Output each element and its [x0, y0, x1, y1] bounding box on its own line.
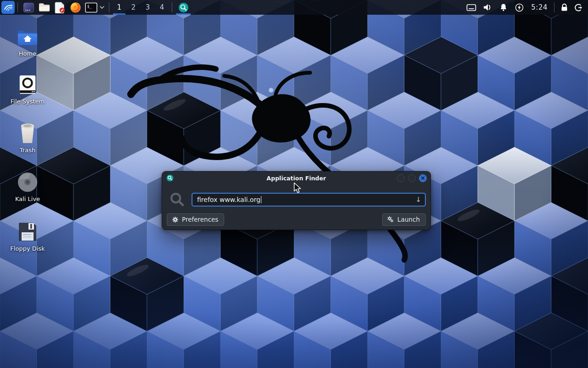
volume-tray-button[interactable]: [479, 0, 495, 15]
workspace-4-label: 4: [160, 3, 164, 12]
mouse-cursor: [294, 182, 302, 194]
application-finder-icon: [166, 174, 174, 182]
desktop-icon-kali-live[interactable]: Kali Live: [6, 171, 50, 202]
workspace-1[interactable]: 1: [112, 0, 126, 15]
trash-icon: [18, 123, 37, 144]
panel-separator: [109, 2, 109, 12]
workspace-2[interactable]: 2: [126, 0, 141, 15]
power-icon: [515, 3, 524, 12]
panel-separator: [17, 2, 18, 12]
desktop-icon-label: Home: [6, 50, 50, 57]
search-input-value: firefox www.kali.org: [197, 196, 260, 203]
hard-drive-icon: [18, 75, 37, 95]
dropdown-arrow-icon[interactable]: ↓: [415, 196, 421, 204]
launch-label: Launch: [397, 216, 420, 223]
workspace-2-label: 2: [131, 3, 136, 12]
desktop-icon-label: Kali Live: [6, 196, 50, 202]
launcher-file-manager[interactable]: [37, 0, 51, 15]
text-caret: [261, 196, 262, 203]
minimize-button[interactable]: [397, 174, 405, 182]
launcher-terminal[interactable]: $_: [84, 0, 98, 15]
workspace-4[interactable]: 4: [155, 0, 169, 15]
logout-button[interactable]: [571, 0, 586, 15]
window-title: Application Finder: [162, 175, 430, 182]
launcher-app-window[interactable]: [22, 0, 35, 15]
desktop-icon-label: Floppy Disk: [6, 245, 50, 252]
firefox-icon: [70, 2, 81, 13]
maximize-button[interactable]: [408, 174, 416, 182]
run-icon: [387, 216, 394, 223]
workspace-3[interactable]: 3: [141, 0, 155, 15]
workspace-1-label: 1: [117, 3, 122, 12]
panel-separator: [554, 2, 554, 12]
launcher-firefox[interactable]: [68, 0, 82, 15]
launch-button[interactable]: Launch: [382, 213, 426, 226]
launcher-text-editor[interactable]: [53, 0, 67, 15]
panel-separator: [172, 2, 172, 12]
lock-icon: [560, 3, 568, 12]
text-editor-icon: [55, 2, 65, 13]
desktop-icon-label: File System: [6, 98, 50, 105]
lock-button[interactable]: [557, 0, 571, 15]
taskbar-application-finder-button[interactable]: [175, 0, 192, 15]
desktop-icon-trash[interactable]: Trash: [6, 122, 50, 154]
launcher-dropdown-button[interactable]: [99, 0, 105, 15]
desktop-icon-label: Trash: [6, 147, 50, 154]
bell-icon: [499, 3, 508, 12]
search-icon: [170, 192, 185, 207]
window-app-icon: [23, 2, 34, 13]
disc-icon: [17, 171, 39, 193]
chevron-down-icon: [100, 6, 104, 9]
desktop-icon-floppy-disk[interactable]: Floppy Disk: [6, 221, 50, 252]
application-finder-icon: [178, 2, 189, 13]
notifications-tray-button[interactable]: [495, 0, 511, 15]
application-finder-window: Application Finder × firefox www.kali.or…: [162, 171, 431, 230]
preferences-button[interactable]: Preferences: [167, 213, 224, 226]
desktop-icon-home[interactable]: Home: [6, 26, 50, 57]
search-input[interactable]: firefox www.kali.org ↓: [192, 193, 426, 207]
workspace-3-label: 3: [146, 3, 150, 12]
close-icon: ×: [420, 175, 425, 181]
keyboard-tray-button[interactable]: [463, 0, 479, 15]
top-panel: $_ 1 2 3 4: [0, 0, 588, 15]
svg-text:$_: $_: [87, 4, 91, 8]
clock[interactable]: 5:24: [531, 3, 548, 12]
file-manager-icon: [39, 2, 50, 12]
logout-icon: [574, 3, 583, 12]
close-button[interactable]: ×: [419, 174, 427, 182]
preferences-label: Preferences: [182, 216, 218, 223]
floppy-icon: [18, 222, 37, 242]
power-manager-tray-button[interactable]: [511, 0, 527, 15]
terminal-icon: $_: [85, 2, 97, 13]
kali-logo-icon: [3, 2, 14, 13]
home-folder-icon: [17, 28, 38, 46]
gear-icon: [172, 216, 179, 223]
desktop-icon-file-system[interactable]: File System: [6, 74, 50, 105]
keyboard-icon: [466, 4, 476, 12]
applications-menu-button[interactable]: [1, 1, 15, 14]
volume-icon: [483, 3, 492, 12]
